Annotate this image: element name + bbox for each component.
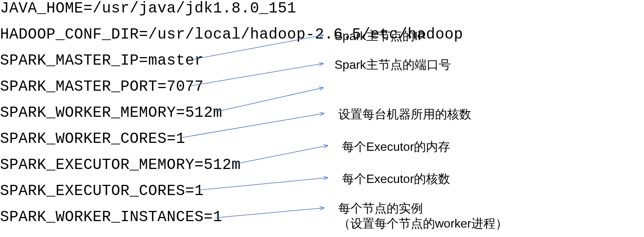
config-line-spark-worker-instances: SPARK_WORKER_INSTANCES=1 [0,209,222,226]
config-line-spark-worker-memory: SPARK_WORKER_MEMORY=512m [0,104,222,121]
annotation-worker-instances: 每个节点的实例 （设置每个节点的worker进程） [338,201,508,231]
annotation-executor-cores: 每个Executor的核数 [342,171,450,186]
arrow-worker-instances [215,208,324,218]
annotation-master-ip: Spark主节点的IP [334,28,426,43]
config-line-spark-worker-cores: SPARK_WORKER_CORES=1 [0,130,185,147]
config-line-spark-master-ip: SPARK_MASTER_IP=master [0,52,204,69]
config-line-java-home: JAVA_HOME=/usr/java/jdk1.8.0_151 [0,0,296,17]
annotation-worker-instances-line1: 每个节点的实例 [338,201,423,215]
arrow-master-port [191,64,323,86]
annotation-worker-instances-line2: （设置每个节点的worker进程） [338,217,508,230]
arrow-executor-memory [234,146,328,164]
config-line-spark-master-port: SPARK_MASTER_PORT=7077 [0,78,204,95]
config-line-spark-executor-cores: SPARK_EXECUTOR_CORES=1 [0,183,204,200]
annotation-worker-cores: 设置每台机器所用的核数 [338,107,471,122]
annotation-master-port: Spark主节点的端口号 [334,57,451,72]
config-line-spark-executor-memory: SPARK_EXECUTOR_MEMORY=512m [0,156,241,173]
arrow-executor-cores [198,178,328,190]
annotation-executor-memory: 每个Executor的内存 [342,139,450,154]
arrow-worker-memory [215,88,323,112]
